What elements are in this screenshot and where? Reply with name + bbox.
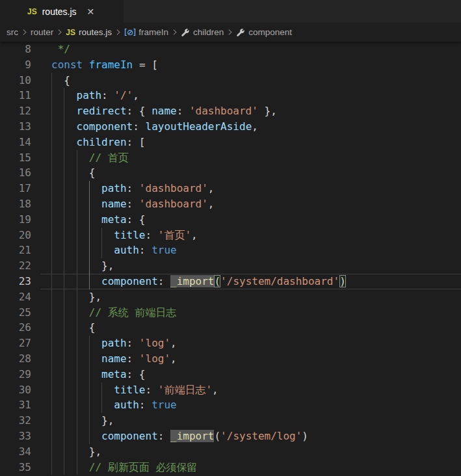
line-number[interactable]: 27 (0, 336, 40, 351)
indent-guide (64, 289, 76, 305)
code-line-content[interactable]: auth: true (40, 397, 461, 413)
breadcrumb-item-routes-js[interactable]: JSroutes.js (66, 27, 112, 37)
breadcrumb-item-children[interactable]: children (181, 27, 224, 37)
code-line: 18name: 'dashboard', (0, 196, 461, 212)
line-number[interactable]: 18 (0, 196, 40, 212)
code-line: 26{ (0, 320, 461, 336)
code-line-content[interactable]: title: '首页', (40, 228, 461, 243)
indent-guide (51, 413, 64, 429)
line-number[interactable]: 30 (0, 382, 40, 398)
line-number[interactable]: 32 (0, 413, 40, 429)
line-number[interactable]: 9 (0, 57, 40, 73)
line-number[interactable]: 8 (0, 42, 40, 57)
code-token (83, 59, 89, 71)
code-line-content[interactable]: component: _import('/system/log') (40, 429, 461, 444)
code-line-content[interactable]: meta: { (40, 367, 461, 382)
line-number[interactable]: 25 (0, 305, 40, 321)
breadcrumb-item-router[interactable]: router (31, 27, 53, 37)
indent-guide (101, 243, 114, 258)
code-line-content[interactable]: // 系统 前端日志 (40, 305, 461, 321)
code-line-content[interactable]: const frameIn = [ (40, 57, 461, 73)
code-line-content[interactable]: redirect: { name: 'dashboard' }, (40, 103, 461, 119)
code-line-content[interactable]: auth: true (40, 243, 461, 258)
code-line-content[interactable]: meta: { (40, 212, 461, 228)
indent-guide (51, 181, 64, 196)
code-token: 'dashboard' (189, 105, 258, 117)
indent-guide (51, 73, 64, 88)
code-line: 21auth: true (0, 243, 461, 258)
line-number[interactable]: 31 (0, 397, 40, 413)
line-number[interactable]: 22 (0, 258, 40, 274)
breadcrumb-item-component[interactable]: component (236, 27, 292, 37)
code-line-content[interactable]: children: [ (40, 135, 461, 150)
breadcrumb-label: frameIn (138, 27, 168, 37)
code-line-content[interactable]: { (40, 320, 461, 336)
code-line-content[interactable]: name: 'dashboard', (40, 196, 461, 212)
code-token: : (127, 198, 139, 210)
code-line-content[interactable]: }, (40, 444, 461, 460)
code-line: 27path: 'log', (0, 336, 461, 351)
code-token: : (133, 120, 145, 133)
indent-guide (51, 258, 64, 274)
code-token: _import (170, 275, 214, 287)
indent-guide (64, 397, 76, 413)
code-line: 35// 刷新页面 必须保留 (0, 460, 461, 475)
breadcrumb-item-src[interactable]: src (7, 27, 18, 37)
line-number[interactable]: 13 (0, 119, 40, 135)
code-token: : (158, 275, 170, 287)
code-token: name (101, 198, 127, 210)
breadcrumb-item-framein[interactable]: [⊘]frameIn (124, 27, 168, 37)
code-token: layoutHeaderAside (146, 120, 252, 133)
code-line-content[interactable]: // 首页 (40, 150, 461, 166)
line-number[interactable]: 12 (0, 103, 40, 119)
indent-guide (51, 135, 64, 150)
code-line-content[interactable]: { (40, 73, 461, 88)
code-line-content[interactable]: path: 'dashboard', (40, 181, 461, 196)
indent-guide (64, 305, 76, 321)
indent-guide (77, 320, 89, 336)
code-line-content[interactable]: component: layoutHeaderAside, (40, 119, 461, 135)
code-line-content[interactable]: title: '前端日志', (40, 382, 461, 398)
code-token: 'log' (139, 337, 170, 349)
line-number[interactable]: 33 (0, 429, 40, 444)
code-line-content[interactable]: component: _import('/system/dashboard') (40, 274, 461, 289)
code-line-content[interactable]: { (40, 165, 461, 181)
code-token: : (101, 89, 114, 101)
line-number[interactable]: 16 (0, 165, 40, 181)
line-number[interactable]: 10 (0, 73, 40, 88)
code-editor[interactable]: 8 */9const frameIn = [10{11path: '/',12r… (0, 42, 461, 475)
line-number[interactable]: 23 (0, 274, 40, 289)
line-number[interactable]: 35 (0, 460, 40, 475)
code-line-content[interactable]: name: 'log', (40, 351, 461, 367)
line-number[interactable]: 24 (0, 289, 40, 305)
indent-guide (77, 165, 89, 181)
code-line-content[interactable]: path: 'log', (40, 336, 461, 351)
line-number[interactable]: 20 (0, 228, 40, 243)
indent-guide (77, 196, 89, 212)
line-number[interactable]: 26 (0, 320, 40, 336)
indent-guide (77, 397, 89, 413)
code-line-content[interactable]: */ (40, 42, 461, 57)
code-line-content[interactable]: }, (40, 413, 461, 429)
code-line: 24}, (0, 289, 461, 305)
code-token: , (208, 182, 215, 194)
code-line-content[interactable]: // 刷新页面 必须保留 (40, 460, 461, 475)
line-number[interactable]: 14 (0, 135, 40, 150)
line-number[interactable]: 28 (0, 351, 40, 367)
line-number[interactable]: 29 (0, 367, 40, 382)
close-icon[interactable]: ✕ (87, 7, 95, 16)
line-number[interactable]: 11 (0, 88, 40, 103)
line-number[interactable]: 19 (0, 212, 40, 228)
code-line-content[interactable]: }, (40, 289, 461, 305)
tab-routes-js[interactable]: JS routes.js ✕ (0, 0, 124, 23)
line-number[interactable]: 21 (0, 243, 40, 258)
code-line: 14children: [ (0, 135, 461, 150)
code-line-content[interactable]: path: '/', (40, 88, 461, 103)
line-number[interactable]: 15 (0, 150, 40, 166)
line-number[interactable]: 34 (0, 444, 40, 460)
code-line-content[interactable]: }, (40, 258, 461, 274)
indent-guide (64, 382, 76, 398)
line-number[interactable]: 17 (0, 181, 40, 196)
code-line: 25// 系统 前端日志 (0, 305, 461, 321)
indent-guide (89, 228, 101, 243)
